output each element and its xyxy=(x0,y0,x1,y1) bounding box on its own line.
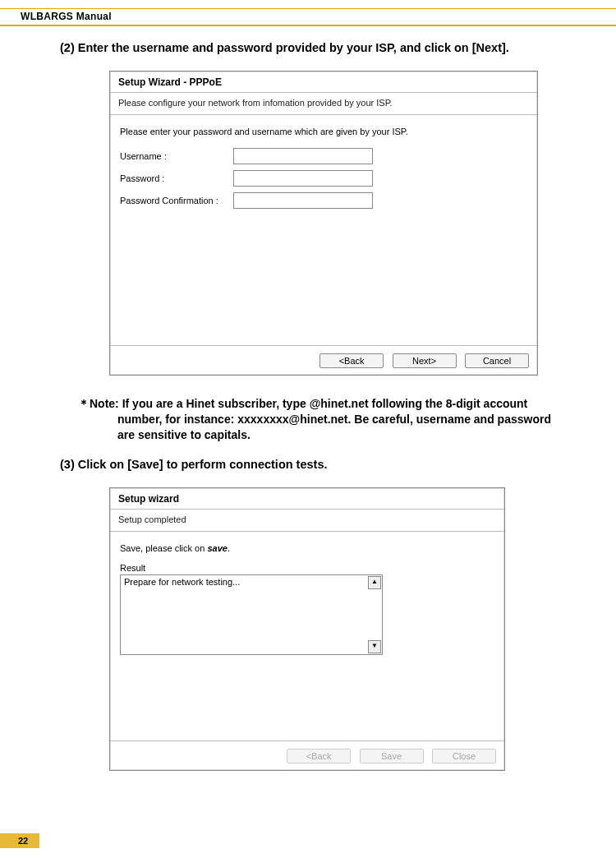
setup-complete-dialog: Setup wizard Setup completed Save, pleas… xyxy=(109,487,505,771)
page-number: 22 xyxy=(0,833,39,848)
page-header-title: WLBARGS Manual xyxy=(0,11,616,26)
save-button[interactable]: Save xyxy=(360,749,424,763)
scroll-up-icon[interactable]: ▲ xyxy=(368,576,381,589)
password-label: Password : xyxy=(120,173,233,183)
note-line1: ＊Note: If you are a Hinet subscriber, ty… xyxy=(78,397,527,410)
pppoe-dialog: Setup Wizard - PPPoE Please configure yo… xyxy=(109,71,538,376)
note-block: ＊Note: If you are a Hinet subscriber, ty… xyxy=(78,396,556,443)
password-confirm-input[interactable] xyxy=(233,192,373,209)
dialog-subtitle: Please configure your network from infom… xyxy=(110,93,537,115)
dialog-title: Setup Wizard - PPPoE xyxy=(110,72,537,93)
password-confirm-label: Password Confirmation : xyxy=(120,196,233,205)
result-text: Prepare for network testing... xyxy=(124,577,240,587)
close-button[interactable]: Close xyxy=(432,749,496,763)
result-label: Result xyxy=(120,563,494,573)
note-line3: are sensitive to capitals. xyxy=(117,427,556,443)
scroll-down-icon[interactable]: ▼ xyxy=(368,640,381,653)
form-intro-text: Please enter your password and username … xyxy=(120,127,527,136)
dialog2-subtitle: Setup completed xyxy=(110,510,504,532)
note-line2: number, for instance: xxxxxxxx@hinet.net… xyxy=(117,412,556,427)
save-instruction: Save, please click on save. xyxy=(120,543,494,553)
step-3-text: (3) Click on [Save] to perform connectio… xyxy=(60,458,595,471)
step-2-text: (2) Enter the username and password prov… xyxy=(60,41,595,54)
result-box: Prepare for network testing... ▲ ▼ xyxy=(120,574,383,655)
password-input[interactable] xyxy=(233,170,373,187)
dialog2-title: Setup wizard xyxy=(110,488,504,510)
username-input[interactable] xyxy=(233,148,373,164)
username-label: Username : xyxy=(120,151,233,161)
back-button-disabled: <Back xyxy=(287,749,351,763)
back-button[interactable]: <Back xyxy=(319,353,384,368)
cancel-button[interactable]: Cancel xyxy=(465,353,529,368)
next-button[interactable]: Next> xyxy=(393,353,457,368)
